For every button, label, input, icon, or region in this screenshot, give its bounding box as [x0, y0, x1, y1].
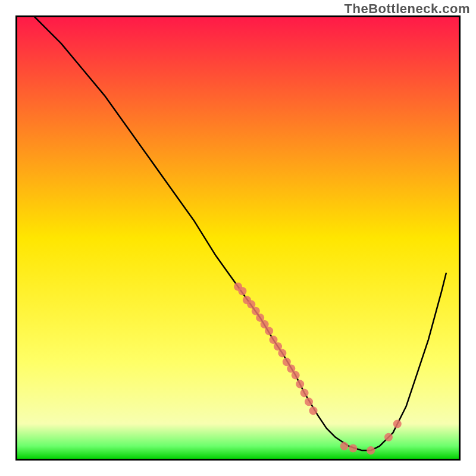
chart-container: TheBottleneck.com	[0, 0, 476, 476]
watermark-text: TheBottleneck.com	[345, 1, 470, 17]
data-point	[393, 420, 402, 428]
data-point	[349, 444, 357, 452]
data-point	[309, 406, 318, 415]
data-point	[296, 380, 304, 389]
data-point	[292, 371, 300, 380]
data-point	[384, 433, 393, 441]
data-point	[367, 446, 375, 455]
data-point	[340, 442, 349, 450]
chart-background	[17, 17, 459, 459]
data-point	[278, 349, 286, 357]
data-point	[300, 389, 309, 397]
chart-svg	[0, 0, 476, 476]
data-point	[305, 397, 313, 406]
data-point	[238, 287, 246, 295]
data-point	[265, 327, 273, 335]
